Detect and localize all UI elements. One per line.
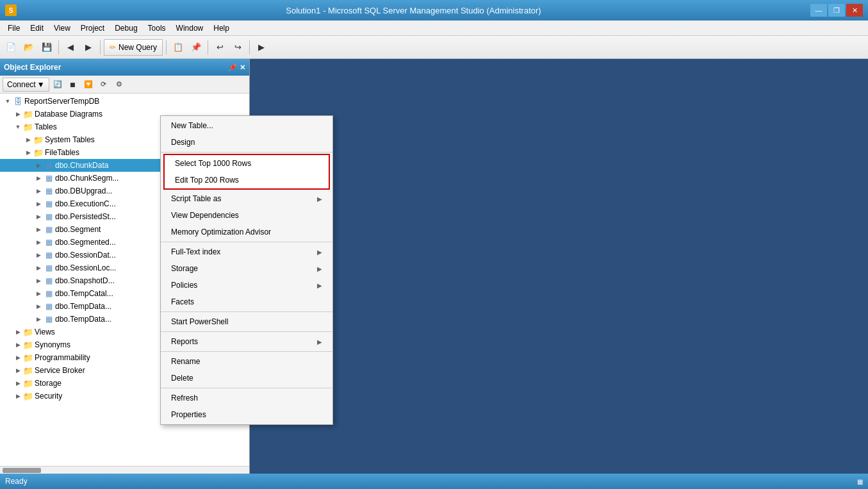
ctx-select-top-1000[interactable]: Select Top 1000 Rows [165, 155, 329, 172]
expand-icon: ▶ [33, 224, 44, 235]
menu-debug[interactable]: Debug [110, 22, 142, 34]
window-controls[interactable]: — ❐ ✕ [810, 4, 863, 17]
tree-label: FileTables [45, 148, 79, 157]
oe-filter-icon[interactable]: 🔽 [81, 78, 95, 92]
close-button[interactable]: ✕ [846, 4, 863, 17]
expand-icon: ▶ [33, 211, 44, 222]
connect-arrow-icon: ▼ [37, 80, 45, 89]
ctx-memory-optimization[interactable]: Memory Optimization Advisor [161, 224, 332, 240]
toolbar-new-file-icon[interactable]: 📄 [3, 39, 19, 56]
expand-icon: ▶ [13, 327, 23, 337]
tree-label: dbo.Segmented... [55, 238, 116, 247]
ctx-design[interactable]: Design [161, 134, 332, 151]
connect-button[interactable]: Connect ▼ [3, 78, 49, 92]
ctx-facets[interactable]: Facets [161, 294, 332, 310]
toolbar-execute-icon[interactable]: ▶ [253, 39, 270, 56]
horizontal-scrollbar[interactable] [0, 466, 249, 474]
tree-label: Tables [35, 122, 57, 131]
menu-window[interactable]: Window [171, 22, 209, 34]
new-query-button[interactable]: ✏ New Query [104, 39, 163, 56]
oe-refresh-icon[interactable]: 🔄 [51, 78, 65, 92]
ctx-reports-label: Reports [171, 337, 198, 346]
toolbar-open-icon[interactable]: 📂 [20, 39, 37, 56]
toolbar-back-icon[interactable]: ◀ [62, 39, 79, 56]
ctx-refresh-label: Refresh [171, 394, 198, 402]
menu-tools[interactable]: Tools [143, 22, 171, 34]
expand-icon: ▶ [33, 276, 44, 286]
ctx-new-table[interactable]: New Table... [161, 117, 332, 134]
object-explorer-title: Object Explorer [4, 63, 61, 72]
tree-label: dbo.TempData... [55, 315, 111, 324]
tree-label: Security [35, 392, 62, 401]
expand-icon: ▶ [33, 263, 44, 273]
folder-icon: 📁 [23, 340, 33, 350]
ctx-edit-top-200[interactable]: Edit Top 200 Rows [165, 172, 329, 188]
maximize-button[interactable]: ❐ [828, 4, 845, 17]
tree-item-reportservertempdb[interactable]: ▼ 🗄 ReportServerTempDB [0, 95, 249, 108]
expand-icon: ▶ [33, 250, 44, 260]
toolbar-sep1 [58, 40, 59, 54]
ctx-rename[interactable]: Rename [161, 353, 332, 370]
pin-icon[interactable]: 📌 [228, 63, 237, 72]
expand-icon: ▶ [13, 378, 23, 388]
ctx-policies-arrow-icon: ▶ [317, 282, 322, 289]
menu-project[interactable]: Project [76, 22, 110, 34]
toolbar-redo-icon[interactable]: ↪ [229, 39, 246, 56]
toolbar-undo-icon[interactable]: ↩ [211, 39, 228, 56]
oe-stop-icon[interactable]: ⏹ [66, 78, 80, 92]
toolbar-save-icon[interactable]: 💾 [38, 39, 55, 56]
ctx-reports-arrow-icon: ▶ [317, 338, 322, 345]
menu-file[interactable]: File [3, 22, 25, 34]
ctx-storage[interactable]: Storage ▶ [161, 260, 332, 277]
ctx-policies[interactable]: Policies ▶ [161, 277, 332, 294]
ctx-view-dependencies[interactable]: View Dependencies [161, 207, 332, 224]
ctx-rename-label: Rename [171, 357, 200, 366]
table-icon: ▦ [44, 263, 54, 273]
menu-help[interactable]: Help [208, 22, 234, 34]
expand-icon: ▶ [33, 237, 44, 247]
menu-edit[interactable]: Edit [25, 22, 49, 34]
expand-icon: ▶ [23, 147, 33, 158]
window-title: Solution1 - Microsoft SQL Server Managem… [17, 6, 810, 15]
content-area [250, 59, 868, 474]
folder-icon: 📁 [33, 147, 44, 158]
oe-sync-icon[interactable]: ⟳ [97, 78, 111, 92]
ctx-reports[interactable]: Reports ▶ [161, 333, 332, 350]
ctx-edit-top-200-label: Edit Top 200 Rows [175, 176, 239, 185]
ctx-script-table-as-label: Script Table as [171, 194, 222, 203]
toolbar-sep5 [249, 40, 250, 54]
context-menu[interactable]: New Table... Design Select Top 1000 Rows… [160, 115, 333, 425]
close-panel-icon[interactable]: ✕ [240, 63, 245, 72]
expand-icon: ▶ [33, 186, 44, 196]
ctx-facets-label: Facets [171, 297, 194, 306]
folder-icon: 📁 [33, 135, 44, 145]
ctx-script-table-as[interactable]: Script Table as ▶ [161, 190, 332, 207]
toolbar-forward-icon[interactable]: ▶ [80, 39, 97, 56]
expand-icon: ▶ [23, 135, 33, 145]
minimize-button[interactable]: — [810, 4, 827, 17]
tree-label: dbo.SessionDat... [55, 251, 116, 260]
ctx-full-text-index[interactable]: Full-Text index ▶ [161, 244, 332, 260]
ctx-start-powershell[interactable]: Start PowerShell [161, 313, 332, 330]
table-icon: ▦ [44, 237, 54, 247]
toolbar-copy-icon[interactable]: 📋 [170, 39, 186, 56]
toolbar-sep2 [100, 40, 101, 54]
tree-label: Service Broker [35, 366, 85, 375]
ctx-policies-label: Policies [171, 281, 197, 290]
status-indicator: ▦ [857, 478, 863, 485]
toolbar: 📄 📂 💾 ◀ ▶ ✏ New Query 📋 📌 ↩ ↪ ▶ [0, 36, 868, 59]
tree-label: ReportServerTempDB [24, 97, 99, 106]
tree-label: dbo.PersistedSt... [55, 212, 116, 221]
tree-label: dbo.TempData... [55, 302, 111, 311]
ctx-separator-2 [161, 242, 332, 242]
oe-header-controls[interactable]: 📌 ✕ [228, 63, 245, 72]
ctx-delete[interactable]: Delete [161, 370, 332, 386]
menu-view[interactable]: View [49, 22, 76, 34]
tree-label: dbo.ChunkData [55, 161, 108, 170]
ctx-refresh[interactable]: Refresh [161, 390, 332, 406]
expand-icon: ▶ [13, 365, 23, 376]
expand-icon: ▶ [13, 340, 23, 350]
toolbar-paste-icon[interactable]: 📌 [188, 39, 204, 56]
oe-settings-icon[interactable]: ⚙ [112, 78, 126, 92]
ctx-properties[interactable]: Properties [161, 406, 332, 423]
